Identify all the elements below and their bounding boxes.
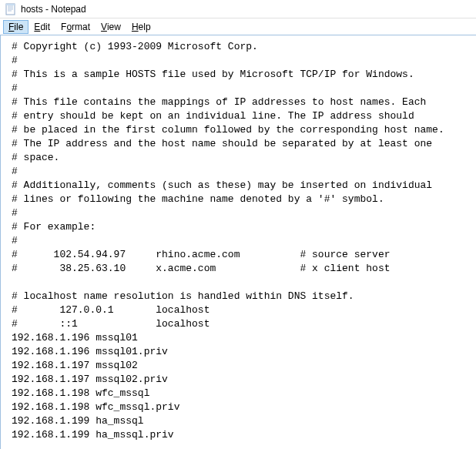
menu-file[interactable]: File: [3, 20, 28, 34]
menubar: File Edit Format View Help: [0, 18, 476, 35]
menu-edit[interactable]: Edit: [28, 20, 55, 34]
menu-view[interactable]: View: [96, 20, 126, 34]
window-titlebar: hosts - Notepad: [0, 0, 476, 18]
menu-format[interactable]: Format: [55, 20, 96, 34]
window-title: hosts - Notepad: [21, 4, 86, 15]
menu-help[interactable]: Help: [126, 20, 156, 34]
text-editor[interactable]: # Copyright (c) 1993-2009 Microsoft Corp…: [0, 35, 476, 449]
notepad-icon: [5, 3, 17, 15]
svg-rect-5: [6, 4, 15, 5]
